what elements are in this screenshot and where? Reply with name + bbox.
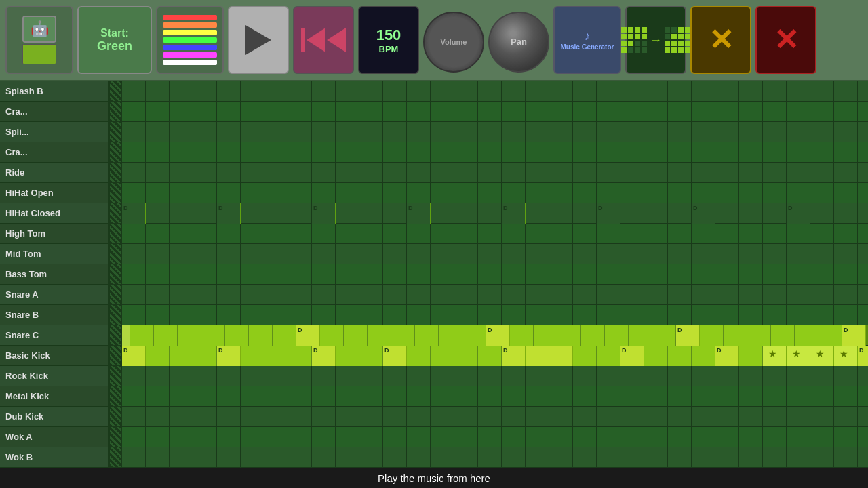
cell-r4-c0[interactable] (122, 163, 146, 183)
cell-r6-c24[interactable]: D (692, 203, 715, 224)
cell-r9-c18[interactable] (549, 264, 573, 285)
cell-r7-c17[interactable] (526, 224, 549, 244)
cell-r2-c28[interactable] (787, 122, 810, 142)
cell-r17-c14[interactable] (454, 427, 478, 447)
cell-r14-c3[interactable] (193, 366, 217, 386)
cell-r14-c5[interactable] (241, 366, 264, 386)
cell-r16-c28[interactable] (787, 407, 810, 427)
cell-r4-c13[interactable] (431, 163, 454, 183)
cell-r7-c9[interactable] (336, 224, 359, 244)
cell-r18-c11[interactable] (383, 447, 407, 468)
cell-r15-c19[interactable] (573, 386, 597, 407)
cell-r16-c26[interactable] (739, 407, 763, 427)
cell-r0-c19[interactable] (573, 81, 597, 102)
cell-r4-c19[interactable] (573, 163, 597, 183)
cell-r14-c28[interactable] (787, 366, 810, 386)
cell-r5-c19[interactable] (573, 183, 597, 203)
cell-r10-c1[interactable] (146, 285, 170, 305)
cell-r13-c18[interactable] (549, 346, 573, 366)
cell-r8-c21[interactable] (620, 244, 644, 264)
cell-r4-c14[interactable] (454, 163, 478, 183)
cell-r17-c2[interactable] (170, 427, 193, 447)
cell-r7-c27[interactable] (763, 224, 787, 244)
cell-r3-c20[interactable] (597, 142, 620, 163)
cell-r13-c15[interactable] (478, 346, 502, 366)
cell-r11-c17[interactable] (526, 305, 549, 325)
cell-r5-c14[interactable] (454, 183, 478, 203)
volume-knob[interactable]: Volume (423, 12, 484, 73)
cell-r18-c23[interactable] (668, 447, 692, 468)
cell-r3-c5[interactable] (241, 142, 264, 163)
cell-r0-c30[interactable] (834, 81, 858, 102)
cell-r3-c30[interactable] (834, 142, 858, 163)
cell-r16-c6[interactable] (264, 407, 288, 427)
cell-r12-c11[interactable] (368, 325, 391, 346)
cell-r8-c22[interactable] (644, 244, 668, 264)
cell-r17-c16[interactable] (502, 427, 526, 447)
cell-r11-c27[interactable] (763, 305, 787, 325)
cell-r17-c7[interactable] (288, 427, 312, 447)
cell-r16-c8[interactable] (312, 407, 336, 427)
cell-r16-c7[interactable] (288, 407, 312, 427)
cell-r13-c31[interactable]: D (858, 346, 868, 366)
cell-r8-c25[interactable] (715, 244, 739, 264)
cell-r5-c25[interactable] (715, 183, 739, 203)
cell-r5-c24[interactable] (692, 183, 715, 203)
cell-r16-c4[interactable] (217, 407, 241, 427)
cell-r16-c30[interactable] (834, 407, 858, 427)
pan-knob[interactable]: Pan (488, 12, 549, 73)
track-label-mid-tom[interactable]: Mid Tom (0, 244, 108, 264)
cell-r2-c29[interactable] (810, 122, 834, 142)
cell-r9-c11[interactable] (383, 264, 407, 285)
cell-r3-c26[interactable] (739, 142, 763, 163)
cell-r5-c16[interactable] (502, 183, 526, 203)
cell-r4-c29[interactable] (810, 163, 834, 183)
cell-r1-c17[interactable] (526, 102, 549, 122)
cell-r12-c0[interactable] (122, 325, 130, 346)
cell-r17-c26[interactable] (739, 427, 763, 447)
cell-r13-c16[interactable]: D (502, 346, 526, 366)
cell-r12-c20[interactable] (581, 325, 605, 346)
cell-r12-c23[interactable] (652, 325, 676, 346)
cell-r8-c20[interactable] (597, 244, 620, 264)
cell-r1-c12[interactable] (407, 102, 431, 122)
cell-r0-c18[interactable] (549, 81, 573, 102)
cell-r1-c16[interactable] (502, 102, 526, 122)
cell-r7-c18[interactable] (549, 224, 573, 244)
cell-r15-c17[interactable] (526, 386, 549, 407)
cell-r0-c16[interactable] (502, 81, 526, 102)
cell-r12-c27[interactable] (747, 325, 771, 346)
cell-r0-c6[interactable] (264, 81, 288, 102)
cell-r17-c24[interactable] (692, 427, 715, 447)
cell-r8-c8[interactable] (312, 244, 336, 264)
cell-r16-c12[interactable] (407, 407, 431, 427)
cell-r0-c3[interactable] (193, 81, 217, 102)
cell-r17-c27[interactable] (763, 427, 787, 447)
cell-r0-c25[interactable] (715, 81, 739, 102)
cell-r3-c10[interactable] (359, 142, 383, 163)
cell-r3-c2[interactable] (170, 142, 193, 163)
cell-r16-c31[interactable] (858, 407, 868, 427)
cell-r8-c27[interactable] (763, 244, 787, 264)
cell-r4-c18[interactable] (549, 163, 573, 183)
cell-r17-c23[interactable] (668, 427, 692, 447)
cell-r6-c31[interactable] (858, 203, 868, 224)
cell-r12-c2[interactable] (154, 325, 178, 346)
cell-r14-c24[interactable] (692, 366, 715, 386)
cell-r0-c1[interactable] (146, 81, 170, 102)
cell-r0-c14[interactable] (454, 81, 478, 102)
cell-r16-c18[interactable] (549, 407, 573, 427)
bpm-display[interactable]: 150 BPM (358, 6, 419, 74)
cell-r14-c11[interactable] (383, 366, 407, 386)
cell-r2-c18[interactable] (549, 122, 573, 142)
cell-r5-c17[interactable] (526, 183, 549, 203)
cell-r7-c5[interactable] (241, 224, 264, 244)
cell-r18-c0[interactable] (122, 447, 146, 468)
cell-r7-c31[interactable] (858, 224, 868, 244)
cell-r4-c31[interactable] (858, 163, 868, 183)
cell-r18-c25[interactable] (715, 447, 739, 468)
cell-r9-c12[interactable] (407, 264, 431, 285)
cell-r10-c13[interactable] (431, 285, 454, 305)
cell-r9-c5[interactable] (241, 264, 264, 285)
cell-r10-c30[interactable] (834, 285, 858, 305)
